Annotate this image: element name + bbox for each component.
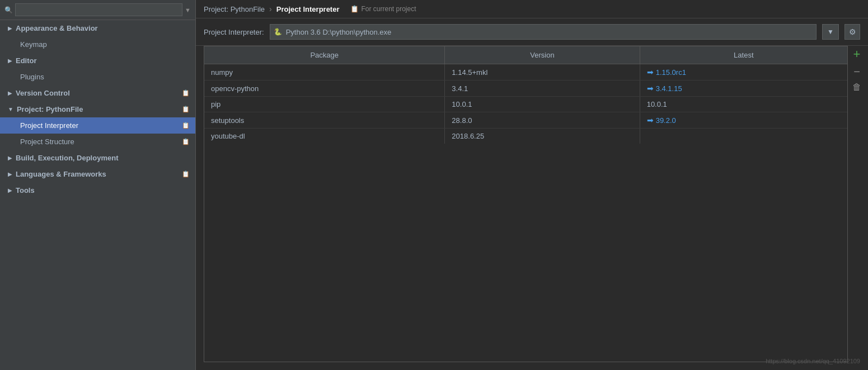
copy-icon: 📋: [182, 89, 190, 97]
collapse-arrow-icon: ▶: [8, 58, 12, 64]
sidebar-item-build[interactable]: ▶ Build, Execution, Deployment: [0, 150, 195, 166]
interpreter-label: Project Interpreter:: [204, 28, 264, 36]
sidebar-item-plugins[interactable]: Plugins: [0, 69, 195, 85]
table-section: Package Version Latest numpy1.14.5+mkl➡1…: [196, 46, 868, 370]
package-name: opencv-python: [204, 80, 445, 97]
collapse-arrow-expanded-icon: ▼: [8, 106, 13, 112]
delete-package-button[interactable]: 🗑: [850, 80, 864, 94]
collapse-arrow-icon: ▶: [8, 187, 12, 193]
table-row[interactable]: pip10.0.110.0.1: [204, 97, 847, 112]
sidebar-item-label: Keymap: [20, 40, 47, 49]
package-version: 28.8.0: [445, 112, 640, 129]
table-header-row: Package Version Latest: [204, 46, 847, 64]
breadcrumb: Project: PythonFile › Project Interprete…: [196, 0, 868, 18]
table-actions: + − 🗑: [848, 46, 866, 362]
col-version: Version: [445, 46, 640, 64]
latest-version: 39.2.0: [656, 116, 676, 125]
package-latest: ➡3.4.1.15: [640, 80, 847, 97]
sidebar-item-label: Appearance & Behavior: [16, 24, 98, 32]
breadcrumb-note: 📋 For current project: [350, 5, 416, 13]
package-latest: ➡39.2.0: [640, 112, 847, 129]
collapse-arrow-icon: ▶: [8, 171, 12, 177]
interpreter-value: Python 3.6 D:\python\python.exe: [286, 28, 813, 36]
sidebar-item-label: Tools: [16, 186, 35, 195]
sidebar-item-label: Project Interpreter: [20, 121, 78, 130]
sidebar-item-keymap[interactable]: Keymap: [0, 36, 195, 53]
sidebar-item-languages[interactable]: ▶ Languages & Frameworks 📋: [0, 166, 195, 182]
search-dropdown-icon[interactable]: ▼: [185, 7, 191, 13]
package-version: 1.14.5+mkl: [445, 64, 640, 80]
sidebar-item-project-pythonfile[interactable]: ▼ Project: PythonFile 📋: [0, 101, 195, 117]
sidebar: 🔍 ▼ ▶ Appearance & Behavior Keymap ▶ Edi…: [0, 0, 196, 370]
sidebar-item-label: Project Structure: [20, 137, 74, 146]
update-arrow-icon: ➡: [647, 68, 654, 77]
package-name: youtube-dl: [204, 129, 445, 144]
sidebar-item-editor[interactable]: ▶ Editor: [0, 53, 195, 69]
package-version: 2018.6.25: [445, 129, 640, 144]
python-icon: 🐍: [274, 27, 283, 36]
copy-icon: 📋: [182, 138, 190, 145]
breadcrumb-separator: ›: [269, 4, 272, 13]
subtract-button[interactable]: −: [851, 64, 862, 79]
col-latest: Latest: [640, 46, 847, 64]
search-bar[interactable]: 🔍 ▼: [0, 0, 195, 20]
sidebar-item-version-control[interactable]: ▶ Version Control 📋: [0, 85, 195, 101]
package-version: 3.4.1: [445, 80, 640, 97]
sidebar-item-tools[interactable]: ▶ Tools: [0, 182, 195, 198]
latest-version: 1.15.0rc1: [656, 68, 686, 77]
table-row[interactable]: setuptools28.8.0➡39.2.0: [204, 112, 847, 129]
watermark: https://blog.csdn.net/qq_41092109: [766, 358, 860, 364]
col-package: Package: [204, 46, 445, 64]
collapse-arrow-icon: ▶: [8, 25, 12, 31]
sidebar-item-appearance[interactable]: ▶ Appearance & Behavior: [0, 20, 195, 36]
copy-icon: 📋: [182, 106, 190, 113]
sidebar-item-label: Version Control: [16, 89, 70, 97]
add-package-button[interactable]: +: [851, 46, 863, 63]
sidebar-item-project-interpreter[interactable]: Project Interpreter 📋: [0, 117, 195, 134]
table-body: numpy1.14.5+mkl➡1.15.0rc1opencv-python3.…: [204, 64, 847, 144]
copy-icon: 📋: [182, 170, 190, 178]
package-version: 10.0.1: [445, 97, 640, 112]
sidebar-item-label: Languages & Frameworks: [16, 170, 106, 178]
table-row[interactable]: numpy1.14.5+mkl➡1.15.0rc1: [204, 64, 847, 80]
packages-table: Package Version Latest numpy1.14.5+mkl➡1…: [204, 46, 847, 144]
table-row[interactable]: opencv-python3.4.1➡3.4.1.15: [204, 80, 847, 97]
package-latest: [640, 129, 847, 144]
main-content: Project: PythonFile › Project Interprete…: [196, 0, 868, 370]
search-icon: 🔍: [4, 6, 13, 14]
package-name: pip: [204, 97, 445, 112]
sidebar-item-label: Project: PythonFile: [17, 105, 83, 113]
search-input[interactable]: [15, 3, 182, 16]
latest-version: 3.4.1.15: [656, 84, 682, 93]
collapse-arrow-icon: ▶: [8, 155, 12, 161]
copy-icon: 📋: [182, 122, 190, 129]
breadcrumb-current: Project Interpreter: [276, 5, 340, 13]
sidebar-item-label: Plugins: [20, 73, 44, 81]
update-arrow-icon: ➡: [647, 84, 654, 93]
collapse-arrow-icon: ▶: [8, 90, 12, 96]
packages-table-wrapper: Package Version Latest numpy1.14.5+mkl➡1…: [204, 46, 848, 362]
sidebar-item-label: Editor: [16, 56, 37, 65]
update-arrow-icon: ➡: [647, 116, 654, 125]
interpreter-settings-button[interactable]: ⚙: [844, 24, 860, 40]
package-name: numpy: [204, 64, 445, 80]
sidebar-item-label: Build, Execution, Deployment: [16, 154, 118, 162]
interpreter-row: Project Interpreter: 🐍 Python 3.6 D:\pyt…: [196, 18, 868, 46]
interpreter-select[interactable]: 🐍 Python 3.6 D:\python\python.exe: [270, 24, 817, 40]
note-text: For current project: [361, 5, 416, 13]
interpreter-dropdown-button[interactable]: ▼: [822, 24, 839, 40]
sidebar-item-project-structure[interactable]: Project Structure 📋: [0, 134, 195, 150]
package-name: setuptools: [204, 112, 445, 129]
package-latest: 10.0.1: [640, 97, 847, 112]
breadcrumb-project[interactable]: Project: PythonFile: [204, 5, 265, 13]
note-icon: 📋: [350, 5, 359, 13]
table-row[interactable]: youtube-dl2018.6.25: [204, 129, 847, 144]
package-latest: ➡1.15.0rc1: [640, 64, 847, 80]
